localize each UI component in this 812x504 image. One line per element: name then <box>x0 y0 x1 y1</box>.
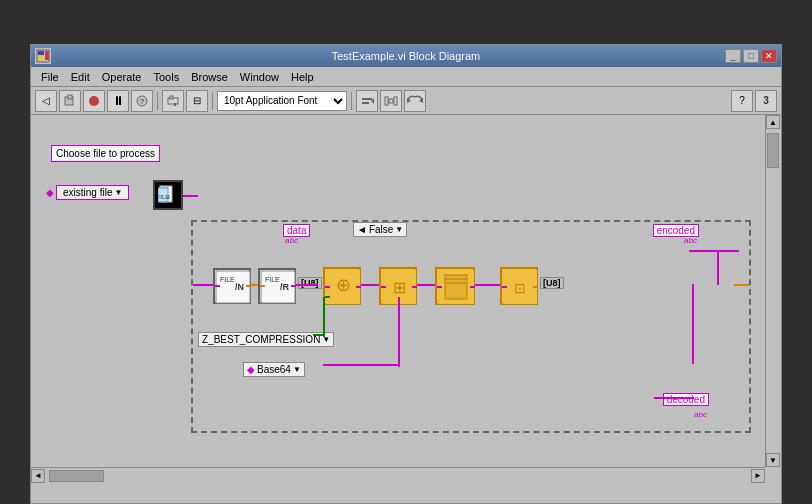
back-button[interactable]: ◁ <box>35 90 57 112</box>
existing-file-chevron: ▼ <box>114 188 122 197</box>
window-title: TestExample.vi Block Diagram <box>332 50 481 62</box>
svg-rect-14 <box>385 97 388 105</box>
svg-rect-15 <box>389 99 393 103</box>
diagram-container: data abc ◄ False ▼ encoded abc FIL <box>191 220 751 433</box>
menu-file[interactable]: File <box>35 69 65 85</box>
svg-rect-5 <box>68 95 72 99</box>
svg-rect-12 <box>362 102 369 104</box>
existing-file-dropdown[interactable]: existing file ▼ <box>56 185 129 200</box>
toolbar-sep-2 <box>212 92 213 110</box>
context-help-button[interactable]: 3 <box>755 90 777 112</box>
svg-rect-10 <box>174 103 176 106</box>
file-n-block: FILE /N <box>213 268 251 304</box>
run-button[interactable] <box>83 90 105 112</box>
menu-window[interactable]: Window <box>234 69 285 85</box>
wire-decoded-h <box>654 397 694 399</box>
diagram-area: Choose file to process ◆ existing file ▼… <box>41 125 761 463</box>
compress-block: ⊕ <box>323 267 361 305</box>
base64-dropdown[interactable]: ◆ Base64 ▼ <box>243 362 305 377</box>
font-selector[interactable]: 10pt Application Font <box>217 91 347 111</box>
wire-encoded-v <box>717 250 719 285</box>
false-dropdown[interactable]: ◄ False ▼ <box>353 222 407 237</box>
toolbar-sep-1 <box>157 92 158 110</box>
decode-block: ⊡ <box>500 267 538 305</box>
svg-rect-9 <box>170 96 173 99</box>
menu-bar: File Edit Operate Tools Browse Window He… <box>31 67 781 87</box>
wire-compression <box>313 334 323 336</box>
wire-decoded-v <box>692 284 694 364</box>
decoded-label: decoded <box>663 393 709 406</box>
existing-file-arrow: ◆ <box>46 187 54 198</box>
choose-file-label: Choose file to process <box>51 145 160 162</box>
wire-base64-v <box>398 297 400 367</box>
svg-rect-1 <box>38 51 44 55</box>
wire-encode-out <box>417 284 435 286</box>
main-window: TestExample.vi Block Diagram _ □ ✕ File … <box>30 44 782 504</box>
toolbar: ◁ ⏸ ? ⊟ <box>31 87 781 115</box>
existing-file-control: ◆ existing file ▼ <box>46 185 129 200</box>
data-abc-label: abc <box>285 236 298 245</box>
wire-to-compress <box>296 284 318 286</box>
scroll-thumb-h[interactable] <box>49 470 104 482</box>
store-block <box>435 267 475 305</box>
wire-encoded-h <box>689 250 719 252</box>
svg-rect-3 <box>45 51 49 60</box>
help-button[interactable]: ? <box>731 90 753 112</box>
svg-text:/N: /N <box>235 282 244 292</box>
scroll-thumb-v[interactable] <box>767 133 779 168</box>
menu-browse[interactable]: Browse <box>185 69 234 85</box>
false-chevron: ▼ <box>395 225 403 234</box>
vertical-scrollbar[interactable]: ▲ ▼ <box>765 115 781 467</box>
false-arrow-left: ◄ <box>357 224 367 235</box>
svg-text:?: ? <box>140 98 144 105</box>
close-button[interactable]: ✕ <box>761 49 777 63</box>
file-icon-block: FILE <box>153 180 183 210</box>
pause-button[interactable]: ⏸ <box>107 90 129 112</box>
wire-compression-v <box>323 297 325 337</box>
svg-text:⊞: ⊞ <box>393 279 406 296</box>
scroll-down-button[interactable]: ▼ <box>766 453 780 467</box>
forward-button[interactable] <box>59 90 81 112</box>
title-bar-left <box>35 48 51 64</box>
svg-text:FILE: FILE <box>158 194 169 200</box>
u8-label-1: [U8] <box>298 277 322 289</box>
retain-button[interactable]: ⊟ <box>186 90 208 112</box>
stop-button[interactable]: ? <box>131 90 153 112</box>
svg-text:FILE: FILE <box>265 276 280 283</box>
title-bar: TestExample.vi Block Diagram _ □ ✕ <box>31 45 781 67</box>
wire-encoded-out <box>719 250 739 252</box>
menu-tools[interactable]: Tools <box>147 69 185 85</box>
scroll-up-button[interactable]: ▲ <box>766 115 780 129</box>
maximize-button[interactable]: □ <box>743 49 759 63</box>
minimize-button[interactable]: _ <box>725 49 741 63</box>
highlight-button[interactable] <box>162 90 184 112</box>
menu-operate[interactable]: Operate <box>96 69 148 85</box>
wire-file-to-diagram <box>183 195 198 197</box>
svg-text:/R: /R <box>280 282 290 292</box>
menu-help[interactable]: Help <box>285 69 320 85</box>
svg-rect-11 <box>362 98 372 100</box>
base64-chevron: ▼ <box>293 365 301 374</box>
wire-orange-1 <box>251 284 258 286</box>
u8-label-2: [U8] <box>540 277 564 289</box>
svg-rect-2 <box>38 56 44 60</box>
horizontal-scrollbar[interactable]: ◄ ► <box>31 467 765 483</box>
title-bar-buttons: _ □ ✕ <box>725 49 777 63</box>
wire-decode-out-orange <box>734 284 749 286</box>
scroll-left-button[interactable]: ◄ <box>31 469 45 483</box>
base64-arrow: ◆ <box>247 364 255 375</box>
undo-redo-button[interactable] <box>404 90 426 112</box>
decoded-abc-label: abc <box>694 410 707 419</box>
svg-text:FILE: FILE <box>220 276 235 283</box>
distribute-button[interactable] <box>380 90 402 112</box>
svg-rect-16 <box>394 97 397 105</box>
align-button[interactable] <box>356 90 378 112</box>
wire-compress-to-encode <box>361 284 379 286</box>
svg-text:⊕: ⊕ <box>336 275 351 295</box>
wire-left-in <box>193 284 213 286</box>
menu-edit[interactable]: Edit <box>65 69 96 85</box>
svg-text:⊡: ⊡ <box>514 280 526 296</box>
scroll-right-button[interactable]: ► <box>751 469 765 483</box>
file-r-block: FILE /R <box>258 268 296 304</box>
wire-store-out <box>475 284 500 286</box>
